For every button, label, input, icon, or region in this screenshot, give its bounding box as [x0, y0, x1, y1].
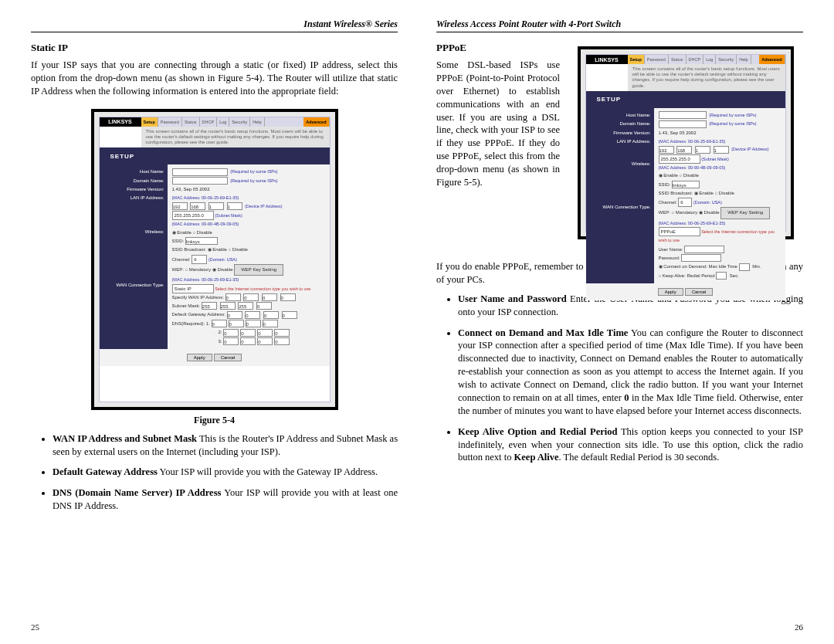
- fw-value: 1.43, Sep 05 2002: [172, 185, 325, 194]
- wan-type-hint: Select the Internet connection type you …: [215, 286, 310, 290]
- lbl-host: Host Name:: [101, 168, 164, 176]
- fig-5-4-caption: Figure 5-4: [31, 415, 398, 426]
- tab-log[interactable]: Log: [217, 117, 229, 127]
- wan-type-select[interactable]: Static IP: [172, 284, 214, 293]
- user-lbl: User Name:: [659, 247, 683, 252]
- chan-sel[interactable]: 6: [192, 255, 207, 264]
- mask-hint: (Subnet Mask): [215, 213, 242, 218]
- tab-help[interactable]: Help: [250, 117, 264, 127]
- wep-key-btn[interactable]: WEP Key Setting: [234, 264, 283, 276]
- def-gw: Default Gateway Address:: [172, 312, 225, 317]
- apply-button-2[interactable]: Apply: [658, 288, 683, 296]
- figure-5-4: LINKSYS Setup Password Status DHCP Log S…: [31, 109, 398, 410]
- rb3-label: Keep Alive Option and Redial Period: [458, 426, 617, 437]
- tab-status[interactable]: Status: [182, 117, 200, 127]
- cod[interactable]: Connect on Demand: Max Idle Time: [663, 264, 737, 269]
- cancel-button[interactable]: Cancel: [214, 354, 242, 361]
- host-input[interactable]: [172, 168, 228, 176]
- lbl-wan: WAN Connection Type:: [101, 281, 164, 290]
- linksys-setup-pppoe: LINKSYS Setup Password Status DHCP Log S…: [578, 46, 794, 239]
- lbl-fw: Firmware Version:: [101, 185, 164, 194]
- mac-wan: (MAC Address: 00-06-25-69-E1-35): [172, 276, 325, 283]
- pass-lbl: Password:: [659, 256, 680, 260]
- brand-logo: LINKSYS: [100, 117, 141, 127]
- cancel-button-2[interactable]: Cancel: [685, 288, 714, 296]
- pppoe-bullets: User Name and Password Enter the User Na…: [436, 293, 803, 473]
- rb2-label: Connect on Demand and Max Idle Time: [458, 327, 628, 338]
- b1-label: WAN IP Address and Subnet Mask: [53, 433, 197, 444]
- b2-label: Default Gateway Address: [53, 466, 158, 477]
- figure-5-5: LINKSYS Setup Password Status DHCP Log S…: [568, 46, 803, 239]
- ip-b[interactable]: 168: [190, 202, 205, 210]
- ip-a[interactable]: 192: [172, 202, 188, 210]
- chan: Channel:: [172, 256, 191, 261]
- linksys-setup-static: LINKSYS Setup Password Status DHCP Log S…: [91, 109, 338, 410]
- mac-top: (MAC Address: 00-06-25-69-E1-35): [172, 194, 325, 202]
- wan-type-select-pppoe[interactable]: PPPoE: [659, 227, 700, 236]
- domain-input[interactable]: [172, 177, 228, 185]
- page-number-left: 25: [31, 622, 39, 632]
- dns-r: DNS(Required):: [172, 321, 205, 326]
- ssid-input[interactable]: linksys: [185, 237, 218, 245]
- tab-dhcp[interactable]: DHCP: [200, 117, 218, 127]
- running-head-right: Wireless Access Point Router with 4-Port…: [436, 19, 803, 32]
- tab-advanced[interactable]: Advanced: [303, 117, 329, 127]
- ip-c[interactable]: 1: [208, 202, 224, 210]
- intro-static-ip: If your ISP says that you are connecting…: [31, 59, 398, 98]
- pass-input[interactable]: [681, 254, 721, 262]
- running-head-left: Instant Wireless® Series: [31, 19, 398, 32]
- rb1-label: User Name and Password: [458, 293, 567, 304]
- static-ip-bullets: WAN IP Address and Subnet Mask This is t…: [31, 432, 398, 520]
- rb3-keep: Keep Alive: [514, 452, 559, 463]
- lbl-domain: Domain Name:: [101, 177, 164, 185]
- section-title-static-ip: Static IP: [31, 42, 398, 54]
- mask-select[interactable]: 255.255.255.0: [172, 211, 214, 220]
- left-page: Instant Wireless® Series Static IP If yo…: [31, 19, 398, 629]
- lbl-lan: LAN IP Address:: [101, 194, 164, 202]
- ip-d[interactable]: 1: [227, 202, 242, 210]
- ssid-lbl: SSID:: [172, 239, 185, 243]
- user-input[interactable]: [684, 246, 724, 253]
- page-number-right: 26: [795, 622, 803, 632]
- tab-setup[interactable]: Setup: [141, 117, 158, 127]
- disable[interactable]: Disable: [197, 230, 212, 235]
- host-hint: (Required by some ISPs): [230, 169, 277, 174]
- setup-banner: SETUP: [100, 147, 330, 164]
- help-text: This screen contains all of the router's…: [141, 127, 330, 148]
- enable[interactable]: Enable: [177, 230, 192, 235]
- ka[interactable]: Keep Alive: Redial Period: [663, 273, 715, 278]
- rb3-text-b: . The default Redial Period is 30 second…: [559, 452, 720, 463]
- tab-security[interactable]: Security: [229, 117, 250, 127]
- b3-label: DNS (Domain Name Server) IP Address: [53, 487, 221, 498]
- ip-hint: (Device IP Address): [245, 204, 283, 208]
- mac-w: (MAC Address: 00-90-4B-09-09-05): [172, 220, 325, 228]
- tab-bar: LINKSYS Setup Password Status DHCP Log S…: [100, 117, 330, 127]
- section-title-pppoe: PPPoE: [436, 42, 560, 54]
- apply-button[interactable]: Apply: [187, 354, 212, 361]
- lbl-wireless: Wireless:: [101, 228, 164, 236]
- wep: WEP:: [172, 267, 184, 272]
- right-page: Wireless Access Point Router with 4-Port…: [436, 19, 803, 629]
- b2-text: Your ISP will provide you with the Gatew…: [158, 466, 378, 477]
- intro-pppoe: Some DSL-based ISPs use PPPoE (Point-to-…: [436, 59, 560, 189]
- tab-password[interactable]: Password: [158, 117, 182, 127]
- ssid-b: SSID Broadcast:: [172, 247, 206, 252]
- spec-wan-ip: Specify WAN IP Address:: [172, 295, 224, 300]
- domain-hint: (Required by some ISPs): [230, 178, 277, 183]
- subnet-mask: Subnet Mask:: [172, 303, 201, 308]
